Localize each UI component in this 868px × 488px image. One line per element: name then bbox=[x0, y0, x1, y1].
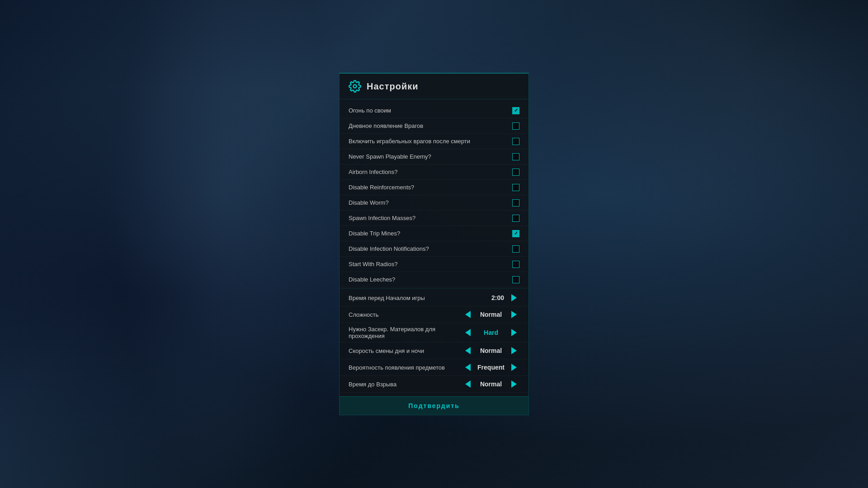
friendly-fire-checkbox[interactable] bbox=[512, 107, 519, 114]
disable-trip-mines-label: Disable Trip Mines? bbox=[349, 230, 512, 237]
arrow-left-icon bbox=[465, 311, 471, 318]
setting-item-spawn-chance: Вероятность появления предметов Frequent bbox=[340, 359, 528, 376]
disable-leeches-checkbox[interactable] bbox=[512, 276, 519, 283]
spawn-infection-masses-label: Spawn Infection Masses? bbox=[349, 215, 512, 221]
setting-materials-needed: Нужно Засекр. Материалов для прохождения… bbox=[340, 323, 528, 343]
materials-value: Hard bbox=[475, 329, 507, 336]
day-spawn-checkbox[interactable] bbox=[512, 122, 519, 130]
materials-prev-btn[interactable] bbox=[462, 327, 473, 338]
arrow-right-icon bbox=[511, 380, 517, 388]
day-night-speed-label: Скорость смены дня и ночи bbox=[349, 347, 462, 354]
modal-title: Настройки bbox=[367, 81, 419, 92]
confirm-button[interactable]: Подтвердить bbox=[340, 396, 528, 415]
day-night-next-btn[interactable] bbox=[509, 345, 519, 356]
never-spawn-checkbox[interactable] bbox=[512, 153, 519, 160]
modal-body: Огонь по своим Дневное появление Врагов … bbox=[340, 99, 528, 396]
day-night-value: Normal bbox=[475, 347, 507, 354]
modal-overlay: Настройки Огонь по своим Дневное появлен… bbox=[0, 0, 868, 488]
materials-needed-label: Нужно Засекр. Материалов для прохождения bbox=[349, 326, 462, 339]
disable-reinforcements-checkbox[interactable] bbox=[512, 184, 519, 191]
item-spawn-prev-btn[interactable] bbox=[462, 362, 473, 373]
disable-worm-label: Disable Worm? bbox=[349, 199, 512, 206]
materials-next-btn[interactable] bbox=[509, 327, 519, 338]
spawn-infection-masses-checkbox[interactable] bbox=[512, 215, 519, 222]
day-spawn-label: Дневное появление Врагов bbox=[349, 122, 512, 129]
setting-disable-trip-mines: Disable Trip Mines? bbox=[340, 226, 528, 241]
settings-modal: Настройки Огонь по своим Дневное появлен… bbox=[339, 73, 529, 415]
modal-header: Настройки bbox=[340, 74, 528, 99]
friendly-fire-label: Огонь по своим bbox=[349, 107, 512, 114]
difficulty-prev-btn[interactable] bbox=[462, 309, 473, 320]
pre-game-time-next-btn[interactable] bbox=[509, 292, 519, 303]
time-to-explosion-label: Время до Взрыва bbox=[349, 381, 462, 388]
disable-trip-mines-checkbox[interactable] bbox=[512, 230, 519, 237]
disable-reinforcements-label: Disable Reinforcements? bbox=[349, 184, 512, 191]
start-with-radios-label: Start With Radios? bbox=[349, 261, 512, 267]
explosion-value: Normal bbox=[475, 380, 507, 388]
setting-time-to-explosion: Время до Взрыва Normal bbox=[340, 376, 528, 393]
setting-difficulty: Сложность Normal bbox=[340, 306, 528, 323]
setting-spawn-infection-masses: Spawn Infection Masses? bbox=[340, 211, 528, 226]
airborn-checkbox[interactable] bbox=[512, 169, 519, 176]
setting-start-with-radios: Start With Radios? bbox=[340, 257, 528, 272]
setting-never-spawn: Never Spawn Playable Enemy? bbox=[340, 149, 528, 164]
setting-disable-infection-notif: Disable Infection Notifications? bbox=[340, 241, 528, 257]
setting-day-night-speed: Скорость смены дня и ночи Normal bbox=[340, 343, 528, 359]
difficulty-label: Сложность bbox=[349, 311, 462, 318]
disable-infection-notif-label: Disable Infection Notifications? bbox=[349, 245, 512, 252]
setting-enable-playable: Включить играбельных врагов после смерти bbox=[340, 134, 528, 149]
setting-day-spawn: Дневное появление Врагов bbox=[340, 118, 528, 134]
item-spawn-value: Frequent bbox=[475, 364, 507, 371]
explosion-prev-btn[interactable] bbox=[462, 379, 473, 389]
start-with-radios-checkbox[interactable] bbox=[512, 261, 519, 268]
arrow-left-icon bbox=[465, 347, 471, 354]
disable-worm-checkbox[interactable] bbox=[512, 199, 519, 206]
explosion-next-btn[interactable] bbox=[509, 379, 519, 389]
arrow-right-icon bbox=[511, 347, 517, 354]
setting-airborn: Airborn Infections? bbox=[340, 164, 528, 180]
arrow-right-icon bbox=[511, 311, 517, 318]
setting-pre-game-time: Время перед Началом игры 2:00 bbox=[340, 290, 528, 306]
setting-disable-worm: Disable Worm? bbox=[340, 195, 528, 211]
disable-infection-notif-checkbox[interactable] bbox=[512, 245, 519, 253]
airborn-label: Airborn Infections? bbox=[349, 169, 512, 175]
item-spawn-chance-label: Вероятность появления предметов bbox=[349, 364, 462, 371]
day-night-prev-btn[interactable] bbox=[462, 345, 473, 356]
pre-game-time-label: Время перед Началом игры bbox=[349, 295, 486, 301]
arrow-left-icon bbox=[465, 380, 471, 388]
disable-leeches-label: Disable Leeches? bbox=[349, 276, 512, 283]
enable-playable-label: Включить играбельных врагов после смерти bbox=[349, 138, 512, 145]
arrow-left-icon bbox=[465, 364, 471, 371]
divider-1 bbox=[340, 288, 528, 289]
enable-playable-checkbox[interactable] bbox=[512, 138, 519, 145]
never-spawn-label: Never Spawn Playable Enemy? bbox=[349, 153, 512, 160]
arrow-right-icon bbox=[511, 294, 517, 301]
difficulty-next-btn[interactable] bbox=[509, 309, 519, 320]
setting-disable-reinforcements: Disable Reinforcements? bbox=[340, 180, 528, 195]
svg-point-0 bbox=[354, 85, 357, 88]
setting-disable-leeches: Disable Leeches? bbox=[340, 272, 528, 287]
arrow-right-icon bbox=[511, 364, 517, 371]
difficulty-value: Normal bbox=[475, 311, 507, 318]
setting-friendly-fire: Огонь по своим bbox=[340, 103, 528, 118]
item-spawn-next-btn[interactable] bbox=[509, 362, 519, 373]
arrow-right-icon bbox=[511, 329, 517, 336]
pre-game-time-value: 2:00 bbox=[486, 294, 504, 301]
arrow-left-icon bbox=[465, 329, 471, 336]
gear-icon bbox=[349, 80, 361, 93]
